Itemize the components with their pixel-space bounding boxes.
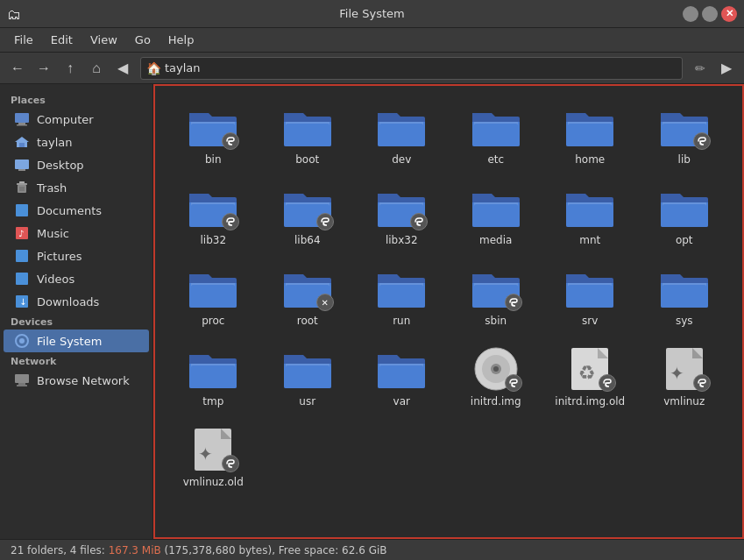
file-label: usr — [299, 395, 315, 408]
sidebar-item-videos[interactable]: Videos — [4, 267, 149, 290]
sidebar-label-computer: Computer — [37, 113, 94, 126]
file-label: dev — [392, 153, 411, 166]
file-item[interactable]: initrd.img — [451, 341, 542, 413]
file-item[interactable]: var — [357, 341, 447, 413]
file-item[interactable]: dev — [357, 99, 447, 171]
file-item[interactable]: lib — [640, 99, 730, 171]
file-item[interactable]: lib32 — [168, 180, 259, 252]
menu-help[interactable]: Help — [161, 32, 202, 48]
sidebar-item-desktop[interactable]: Desktop — [4, 153, 149, 176]
file-item[interactable]: lib64 — [263, 180, 353, 252]
close-button[interactable]: ✕ — [721, 6, 737, 22]
file-icon-wrapper — [563, 266, 616, 311]
window-controls: ✕ — [683, 6, 737, 22]
svg-rect-0 — [15, 113, 29, 123]
svg-rect-16 — [16, 250, 28, 262]
file-label: mnt — [579, 234, 600, 246]
file-item[interactable]: proc — [168, 260, 259, 332]
file-icon-wrapper — [187, 104, 239, 150]
file-item[interactable]: ✕root — [263, 260, 353, 332]
network-label: Network — [0, 352, 152, 369]
prev-location-button[interactable]: ◀ — [110, 56, 135, 81]
downloads-icon: ↓ — [14, 294, 30, 309]
next-location-button[interactable]: ▶ — [714, 56, 739, 81]
file-item[interactable]: sys — [640, 260, 730, 332]
file-item[interactable]: ✦vmlinuz.old — [168, 422, 259, 493]
svg-text:✦: ✦ — [670, 363, 684, 384]
file-item[interactable]: libx32 — [357, 180, 447, 252]
minimize-button[interactable] — [683, 6, 698, 22]
menu-file[interactable]: File — [7, 32, 40, 48]
file-icon-wrapper — [281, 185, 334, 230]
computer-icon — [14, 111, 30, 127]
file-item[interactable]: opt — [640, 180, 730, 252]
file-item[interactable]: sbin — [451, 260, 542, 332]
file-icon-wrapper — [658, 104, 711, 150]
file-label: boot — [295, 153, 319, 166]
edit-location-button[interactable]: ✏ — [688, 56, 712, 81]
sidebar-item-trash[interactable]: Trash — [4, 176, 149, 199]
file-label: initrd.img.old — [555, 395, 625, 408]
file-item[interactable]: ✦vmlinuz — [640, 341, 730, 413]
file-label: libx32 — [386, 234, 418, 246]
menu-go[interactable]: Go — [128, 32, 158, 48]
sidebar-label-filesystem: File System — [37, 335, 102, 348]
sidebar-item-pictures[interactable]: Pictures — [4, 245, 149, 267]
menubar: File Edit View Go Help — [0, 28, 744, 53]
folder-icon — [282, 106, 333, 148]
file-item[interactable]: home — [545, 99, 635, 171]
sidebar-item-browsenetwork[interactable]: Browse Network — [4, 369, 149, 392]
file-icon-wrapper — [375, 346, 428, 392]
file-label: etc — [487, 153, 504, 166]
documents-icon — [14, 202, 30, 218]
places-label: Places — [0, 91, 152, 108]
file-item[interactable]: ♻initrd.img.old — [545, 341, 635, 413]
svg-rect-13 — [16, 204, 28, 216]
svg-rect-9 — [19, 181, 25, 183]
file-item[interactable]: tmp — [168, 341, 259, 413]
file-item[interactable]: boot — [263, 99, 353, 171]
up-button[interactable]: ↑ — [58, 56, 82, 81]
file-icon-wrapper: ✦ — [187, 427, 239, 472]
file-item[interactable]: bin — [168, 99, 259, 171]
forward-button[interactable]: → — [32, 56, 56, 81]
svg-text:♻: ♻ — [578, 362, 596, 384]
sidebar-item-filesystem[interactable]: File System — [4, 330, 149, 352]
maximize-button[interactable] — [702, 6, 718, 22]
file-label: bin — [205, 153, 222, 166]
svg-point-21 — [19, 338, 25, 344]
svg-rect-5 — [15, 159, 29, 169]
file-label: proc — [202, 315, 224, 327]
link-badge — [505, 294, 522, 311]
file-item[interactable]: run — [357, 260, 447, 332]
home-button[interactable]: ⌂ — [84, 56, 109, 81]
file-icon-wrapper — [187, 346, 239, 392]
file-item[interactable]: media — [451, 180, 542, 252]
file-item[interactable]: usr — [263, 341, 353, 413]
menu-edit[interactable]: Edit — [44, 32, 80, 48]
file-item[interactable]: etc — [451, 99, 542, 171]
folder-icon — [564, 106, 615, 148]
sidebar-item-documents[interactable]: Documents — [4, 199, 149, 222]
sidebar-label-videos: Videos — [37, 273, 74, 286]
pictures-icon — [14, 248, 30, 264]
menu-view[interactable]: View — [83, 32, 124, 48]
file-label: vmlinuz — [663, 395, 705, 408]
file-label: sbin — [485, 315, 507, 327]
file-item[interactable]: mnt — [545, 180, 635, 252]
sidebar-item-music[interactable]: ♪ Music — [4, 222, 149, 245]
sidebar-item-downloads[interactable]: ↓ Downloads — [4, 290, 149, 313]
folder-icon — [564, 187, 615, 229]
toolbar: ← → ↑ ⌂ ◀ 🏠 taylan ✏ ▶ — [0, 53, 744, 84]
back-button[interactable]: ← — [5, 56, 30, 81]
file-icon-wrapper — [658, 266, 711, 311]
svg-rect-22 — [15, 374, 29, 383]
file-item[interactable]: srv — [545, 260, 635, 332]
file-grid: binbootdevetchomeliblib32lib64libx32medi… — [164, 95, 733, 498]
sidebar-item-taylan[interactable]: taylan — [4, 131, 149, 153]
folder-icon — [659, 187, 710, 229]
file-icon-wrapper — [281, 104, 334, 150]
folder-icon — [471, 187, 521, 229]
sidebar-item-computer[interactable]: Computer — [4, 108, 149, 131]
file-label: sys — [676, 315, 693, 327]
